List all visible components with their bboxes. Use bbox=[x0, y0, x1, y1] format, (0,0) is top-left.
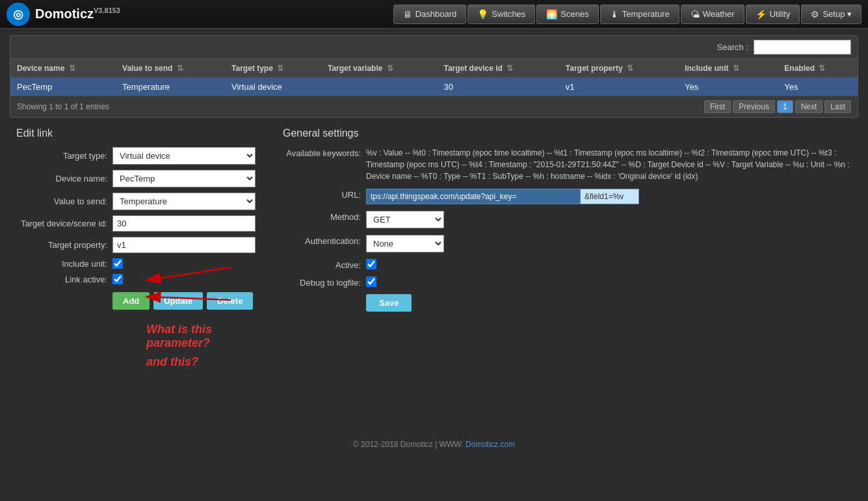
cell-enabled: Yes bbox=[778, 78, 858, 96]
col-target-property: Target property ⇅ bbox=[559, 59, 678, 78]
nav-temperature-label: Temperature bbox=[622, 9, 670, 19]
col-target-variable: Target variable ⇅ bbox=[321, 59, 437, 78]
weather-icon: 🌤 bbox=[690, 9, 700, 20]
footer: © 2012-2018 Domoticz | WWW: Domoticz.com bbox=[0, 430, 868, 459]
table-showing: Showing 1 to 1 of 1 entries bbox=[17, 102, 109, 111]
nav-utility[interactable]: ⚡ Utility bbox=[746, 5, 800, 24]
url-row: URL: bbox=[283, 189, 852, 204]
target-device-row: Target device/scene id: bbox=[16, 215, 263, 232]
value-to-send-label: Value to send: bbox=[16, 196, 107, 206]
table-header-row: Device name ⇅ Value to send ⇅ Target typ… bbox=[10, 59, 858, 78]
table-footer: Showing 1 to 1 of 1 entries First Previo… bbox=[10, 96, 858, 117]
col-target-device-id: Target device id ⇅ bbox=[437, 59, 559, 78]
page-first[interactable]: First bbox=[704, 100, 731, 113]
search-label: Search : bbox=[717, 42, 748, 52]
add-button[interactable]: Add bbox=[112, 292, 150, 310]
cell-target-property: v1 bbox=[559, 78, 678, 96]
page-next[interactable]: Next bbox=[795, 100, 823, 113]
col-enabled: Enabled ⇅ bbox=[778, 59, 858, 78]
app-version: V3.8153 bbox=[94, 7, 120, 14]
sort-icon-property: ⇅ bbox=[627, 64, 633, 73]
link-active-checkbox[interactable] bbox=[112, 274, 123, 284]
cell-target-device-id: 30 bbox=[437, 78, 559, 96]
nav-setup[interactable]: ⚙ Setup ▾ bbox=[801, 5, 861, 24]
active-row: Active: bbox=[283, 259, 852, 270]
cell-device-name: PecTemp bbox=[10, 78, 116, 96]
nav-temperature[interactable]: 🌡 Temperature bbox=[600, 5, 679, 24]
debug-row: Debug to logfile: bbox=[283, 277, 852, 288]
nav-switches[interactable]: 💡 Switches bbox=[467, 5, 535, 24]
search-input[interactable] bbox=[754, 40, 851, 55]
nav-switches-label: Switches bbox=[492, 9, 525, 19]
footer-link[interactable]: Domoticz.com bbox=[466, 440, 515, 449]
logo-area: ◎ DomoticzV3.8153 bbox=[7, 3, 120, 26]
setup-icon: ⚙ bbox=[811, 9, 819, 20]
sort-icon-type: ⇅ bbox=[277, 64, 283, 73]
links-table: Device name ⇅ Value to send ⇅ Target typ… bbox=[10, 59, 858, 96]
page-last[interactable]: Last bbox=[824, 100, 851, 113]
url-label: URL: bbox=[283, 189, 361, 200]
footer-copyright: © 2012-2018 Domoticz | WWW: bbox=[353, 440, 464, 449]
auth-label: Authentication: bbox=[283, 235, 361, 246]
logo-icon: ◎ bbox=[7, 3, 30, 26]
target-device-input[interactable] bbox=[112, 215, 256, 232]
active-checkbox[interactable] bbox=[366, 259, 376, 269]
table-row[interactable]: PecTemp Temperature Virtual device 30 v1… bbox=[10, 78, 858, 96]
cell-target-variable bbox=[321, 78, 437, 96]
value-to-send-select[interactable]: Temperature Humidity Barometer bbox=[112, 193, 256, 210]
url-input-end[interactable] bbox=[581, 189, 639, 204]
method-label: Method: bbox=[283, 211, 361, 222]
general-settings-panel: General settings Available keywords: %v … bbox=[283, 128, 852, 404]
active-label: Active: bbox=[283, 259, 361, 270]
col-device-name: Device name ⇅ bbox=[10, 59, 116, 78]
nav-utility-label: Utility bbox=[770, 9, 791, 19]
include-unit-checkbox[interactable] bbox=[112, 258, 123, 269]
nav-weather[interactable]: 🌤 Weather bbox=[681, 5, 744, 24]
page-1[interactable]: 1 bbox=[777, 100, 793, 113]
save-button[interactable]: Save bbox=[366, 294, 412, 312]
target-device-label: Target device/scene id: bbox=[16, 219, 107, 228]
nav-dashboard-label: Dashboard bbox=[415, 9, 457, 19]
edit-link-panel: Edit link Target type: Virtual device UR… bbox=[16, 128, 263, 404]
target-property-input[interactable] bbox=[112, 237, 256, 253]
col-target-type: Target type ⇅ bbox=[225, 59, 321, 78]
auth-select[interactable]: None Basic bbox=[366, 235, 444, 252]
device-name-row: Device name: PecTemp bbox=[16, 170, 263, 187]
target-type-row: Target type: Virtual device URL Script bbox=[16, 147, 263, 165]
scenes-icon: 🌅 bbox=[546, 9, 557, 20]
method-select[interactable]: GET POST PUT DELETE bbox=[366, 211, 444, 228]
url-input-start[interactable] bbox=[366, 189, 581, 204]
annotation-text-2: and this? bbox=[146, 355, 198, 369]
link-active-label: Link active: bbox=[16, 275, 107, 284]
device-name-select[interactable]: PecTemp bbox=[112, 170, 256, 187]
general-settings-title: General settings bbox=[283, 128, 852, 139]
debug-checkbox[interactable] bbox=[366, 277, 376, 287]
annotation-text-1: What is this parameter? bbox=[146, 323, 263, 350]
method-row: Method: GET POST PUT DELETE bbox=[283, 211, 852, 228]
page-previous[interactable]: Previous bbox=[733, 100, 775, 113]
target-property-row: Target property: bbox=[16, 237, 263, 253]
target-type-select[interactable]: Virtual device URL Script bbox=[112, 147, 256, 165]
update-button[interactable]: Update bbox=[153, 292, 203, 310]
links-table-section: Search : Device name ⇅ Value to send ⇅ T… bbox=[10, 35, 858, 118]
delete-button[interactable]: Delete bbox=[207, 292, 253, 310]
edit-link-title: Edit link bbox=[16, 128, 263, 139]
col-include-unit: Include unit ⇅ bbox=[678, 59, 778, 78]
logo-text: DomoticzV3.8153 bbox=[35, 7, 120, 21]
nav-dashboard[interactable]: 🖥 Dashboard bbox=[393, 5, 467, 24]
utility-icon: ⚡ bbox=[756, 9, 767, 20]
link-active-row: Link active: bbox=[16, 274, 263, 284]
pagination: First Previous 1 Next Last bbox=[704, 100, 851, 113]
sort-icon-variable: ⇅ bbox=[387, 64, 393, 73]
annotation-area: What is this parameter? and this? bbox=[16, 313, 263, 404]
nav-weather-label: Weather bbox=[703, 9, 735, 19]
nav-scenes[interactable]: 🌅 Scenes bbox=[536, 5, 598, 24]
switches-icon: 💡 bbox=[477, 9, 488, 20]
nav-setup-label: Setup ▾ bbox=[822, 9, 852, 19]
save-row: Save bbox=[366, 294, 852, 312]
nav-scenes-label: Scenes bbox=[560, 9, 588, 19]
header: ◎ DomoticzV3.8153 🖥 Dashboard 💡 Switches… bbox=[0, 0, 868, 29]
app-name: Domoticz bbox=[35, 7, 94, 21]
edit-buttons: Add Update Delete bbox=[112, 292, 263, 310]
main-nav: 🖥 Dashboard 💡 Switches 🌅 Scenes 🌡 Temper… bbox=[393, 5, 861, 24]
